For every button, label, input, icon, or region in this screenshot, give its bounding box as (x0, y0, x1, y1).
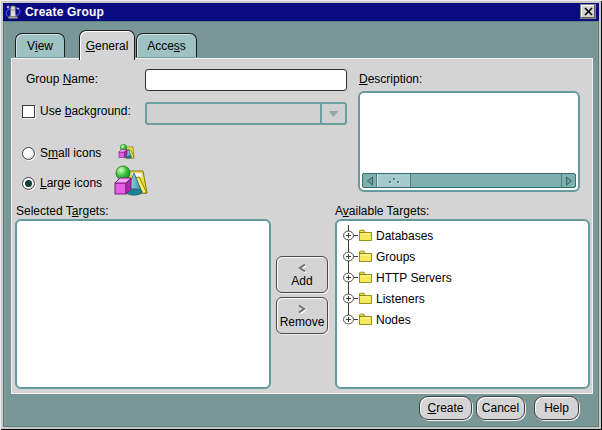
tree-expander-icon[interactable] (343, 314, 354, 325)
description-textarea[interactable] (358, 91, 580, 192)
large-icons-label[interactable]: Large icons (40, 176, 102, 190)
folder-icon (358, 229, 373, 242)
tree-row-listeners[interactable]: Listeners (343, 288, 588, 309)
scroll-right-icon (565, 176, 573, 186)
general-tab-panel: Group Name: Description: (11, 58, 593, 394)
thumb-grip-dots-icon (387, 177, 401, 185)
group-name-label: Group Name: (26, 72, 98, 86)
create-group-dialog: Create Group View General Access Group N… (0, 0, 602, 430)
small-icons-radio[interactable] (22, 147, 35, 160)
tree-expander-icon[interactable] (343, 272, 354, 283)
help-button[interactable]: Help (534, 396, 579, 420)
tree-row-databases[interactable]: Databases (343, 225, 588, 246)
add-button[interactable]: Add (276, 256, 328, 293)
small-icons-label[interactable]: Small icons (40, 146, 101, 160)
dropdown-arrow-icon (329, 111, 338, 117)
selected-targets-label: Selected Targets: (16, 204, 109, 218)
group-name-input[interactable] (145, 69, 347, 91)
tree-item-label[interactable]: HTTP Servers (376, 271, 452, 285)
add-chevron-icon (296, 262, 308, 274)
add-button-label: Add (291, 274, 312, 288)
scroll-left-button[interactable] (363, 174, 377, 187)
close-button[interactable] (580, 4, 596, 19)
folder-icon (358, 292, 373, 305)
large-group-icon (113, 163, 149, 199)
scroll-left-icon (366, 176, 374, 186)
tree-item-label[interactable]: Nodes (376, 313, 411, 327)
dialog-body: View General Access Group Name: Descript… (3, 21, 599, 427)
tree-row-groups[interactable]: Groups (343, 246, 588, 267)
tree-item-label[interactable]: Databases (376, 229, 433, 243)
folder-icon (358, 271, 373, 284)
tree-item-label[interactable]: Listeners (376, 292, 425, 306)
use-background-checkbox[interactable] (22, 105, 35, 118)
large-icons-radio[interactable] (22, 177, 35, 190)
small-group-icon (118, 143, 136, 161)
scrollbar-thumb[interactable] (377, 174, 411, 187)
titlebar[interactable]: Create Group (3, 3, 599, 21)
tab-view[interactable]: View (15, 33, 65, 57)
tree-row-nodes[interactable]: Nodes (343, 309, 588, 330)
tree-item-label[interactable]: Groups (376, 250, 415, 264)
description-label: Description: (359, 72, 422, 86)
tab-general[interactable]: General (79, 30, 135, 60)
remove-button[interactable]: Remove (276, 297, 328, 334)
window-title: Create Group (25, 5, 104, 19)
tree-expander-icon[interactable] (343, 230, 354, 241)
remove-button-label: Remove (280, 315, 325, 329)
use-background-label[interactable]: Use background: (40, 104, 131, 118)
folder-icon (358, 250, 373, 263)
create-button[interactable]: Create (419, 396, 472, 420)
selected-targets-list[interactable] (15, 219, 271, 389)
description-hscrollbar[interactable] (362, 173, 576, 188)
tab-access[interactable]: Access (136, 33, 197, 57)
combobox-dropdown-button[interactable] (320, 104, 345, 123)
available-targets-tree[interactable]: Databases (335, 219, 590, 389)
tree-expander-icon[interactable] (343, 293, 354, 304)
tree-content: Databases (337, 221, 588, 387)
tree-row-http-servers[interactable]: HTTP Servers (343, 267, 588, 288)
folder-icon (358, 313, 373, 326)
scroll-right-button[interactable] (561, 174, 575, 187)
background-combobox (145, 102, 347, 125)
app-icon (5, 4, 21, 20)
close-icon (584, 7, 593, 16)
cancel-button[interactable]: Cancel (476, 396, 525, 420)
tree-expander-icon[interactable] (343, 251, 354, 262)
available-targets-label: Available Targets: (335, 204, 429, 218)
remove-chevron-icon (296, 303, 308, 315)
